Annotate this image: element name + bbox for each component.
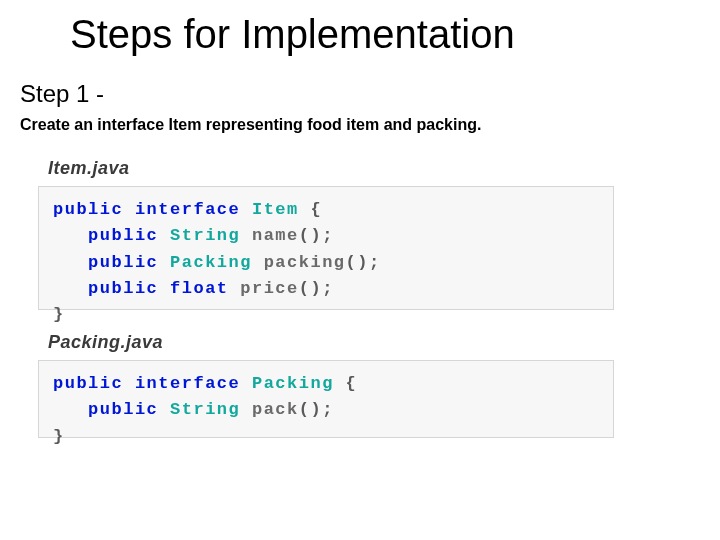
keyword: float [170,279,229,298]
type-name: Packing [252,374,334,393]
step-description: Create an interface Item representing fo… [20,116,481,134]
method-name: name [252,226,299,245]
file-title-item: Item.java [42,158,130,179]
keyword: public [53,374,123,393]
punct: } [53,305,65,324]
punct: { [346,374,358,393]
punct: } [53,427,65,446]
keyword: public [88,400,158,419]
slide: Steps for Implementation Step 1 - Create… [0,0,720,540]
punct: (); [299,279,334,298]
keyword: public [88,279,158,298]
keyword: public [88,253,158,272]
punct: (); [346,253,381,272]
punct: (); [299,226,334,245]
page-title: Steps for Implementation [70,12,515,57]
keyword: public [53,200,123,219]
code-block-item: public interface Item { public String na… [38,186,614,310]
file-title-packing: Packing.java [42,332,163,353]
type-name: Item [252,200,299,219]
type-name: String [170,400,240,419]
keyword: interface [135,374,240,393]
punct: (); [299,400,334,419]
type-name: String [170,226,240,245]
step-label: Step 1 - [20,80,104,108]
method-name: packing [264,253,346,272]
punct: { [310,200,322,219]
keyword: public [88,226,158,245]
code-block-packing: public interface Packing { public String… [38,360,614,438]
method-name: pack [252,400,299,419]
type-name: Packing [170,253,252,272]
keyword: interface [135,200,240,219]
method-name: price [240,279,299,298]
